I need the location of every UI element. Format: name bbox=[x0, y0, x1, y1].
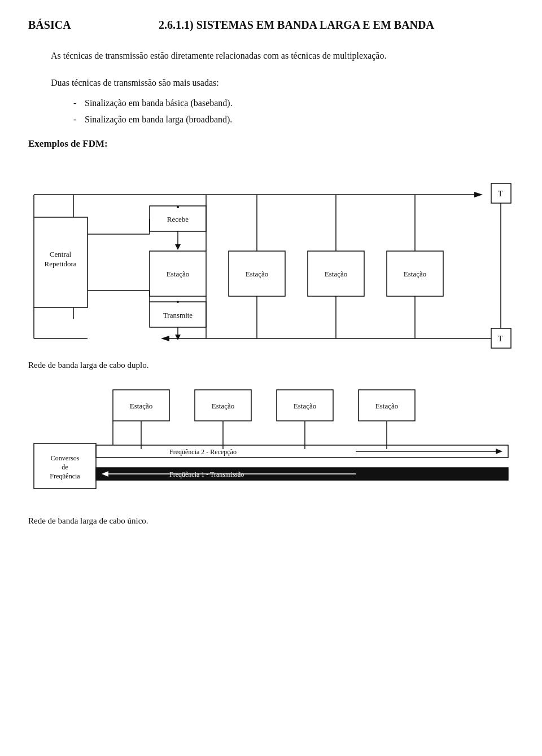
svg-text:Estação: Estação bbox=[325, 270, 347, 278]
svg-text:Estação: Estação bbox=[167, 270, 189, 278]
rede-unico-text: Rede de banda larga de cabo único. bbox=[28, 514, 514, 528]
svg-point-46 bbox=[177, 206, 179, 208]
bullet-item-1: Sinalização em banda básica (baseband). bbox=[73, 95, 514, 112]
svg-text:Central: Central bbox=[50, 250, 72, 258]
svg-text:de: de bbox=[62, 463, 68, 471]
svg-text:T: T bbox=[498, 190, 503, 198]
svg-text:Transmite: Transmite bbox=[163, 311, 193, 319]
page-title: 2.6.1.1) SISTEMAS EM BANDA LARGA E EM BA… bbox=[79, 17, 514, 33]
rede-duplo-text: Rede de banda larga de cabo duplo. bbox=[28, 358, 514, 372]
svg-text:Estação: Estação bbox=[130, 402, 152, 410]
svg-text:Estação: Estação bbox=[375, 402, 398, 410]
exemplos-title: Exemplos de FDM: bbox=[28, 138, 514, 150]
svg-point-47 bbox=[177, 301, 179, 303]
bullet-item-2: Sinalização em banda larga (broadband). bbox=[73, 112, 514, 128]
svg-text:Recebe: Recebe bbox=[167, 215, 189, 223]
svg-text:Freqüência 1 - Transmissão: Freqüência 1 - Transmissão bbox=[169, 471, 244, 478]
fdm-diagram-1: T Central Repetidora Recebe Estação Esta… bbox=[28, 161, 514, 353]
svg-text:Estação: Estação bbox=[404, 270, 426, 278]
duas-tecnicas-text: Duas técnicas de transmissão são mais us… bbox=[28, 76, 514, 90]
svg-text:Freqüência: Freqüência bbox=[50, 472, 80, 480]
svg-marker-24 bbox=[175, 335, 181, 340]
svg-text:Estação: Estação bbox=[212, 402, 234, 410]
title-prefix: BÁSICA bbox=[28, 17, 79, 33]
svg-text:Estação: Estação bbox=[246, 270, 268, 278]
svg-marker-26 bbox=[161, 336, 169, 341]
svg-text:T: T bbox=[498, 335, 503, 343]
svg-text:Estação: Estação bbox=[294, 402, 316, 410]
svg-text:Conversos: Conversos bbox=[51, 454, 80, 462]
fdm-diagram-2: Estação Estação Estação Estação Converso… bbox=[28, 384, 514, 508]
fdm-svg-1: T Central Repetidora Recebe Estação Esta… bbox=[28, 161, 514, 353]
intro-paragraph: As técnicas de transmissão estão diretam… bbox=[28, 49, 514, 63]
svg-marker-67 bbox=[496, 449, 502, 454]
bullet-list: Sinalização em banda básica (baseband). … bbox=[73, 95, 514, 128]
fdm-svg-2: Estação Estação Estação Estação Converso… bbox=[28, 384, 514, 508]
svg-text:Repetidora: Repetidora bbox=[44, 260, 76, 268]
svg-text:Freqüência 2 - Recepção: Freqüência 2 - Recepção bbox=[169, 448, 237, 456]
svg-marker-12 bbox=[175, 244, 181, 250]
svg-marker-1 bbox=[474, 192, 483, 197]
